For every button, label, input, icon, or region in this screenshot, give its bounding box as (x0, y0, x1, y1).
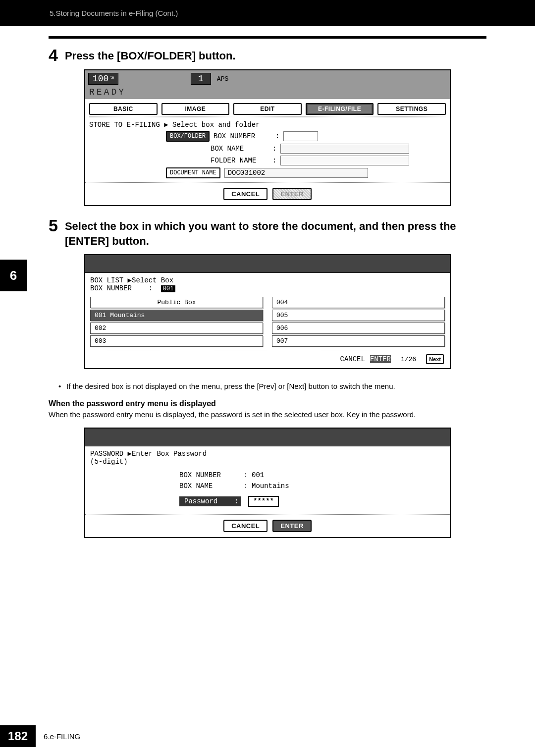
colon: : (272, 145, 280, 153)
colon: : (275, 132, 283, 140)
enter-button[interactable]: ENTER (272, 188, 312, 200)
instruction-text: STORE TO E-FILING ▶ Select box and folde… (85, 117, 450, 130)
box-number-label: BOX NUMBER (90, 284, 132, 292)
box-folder-button[interactable]: BOX/FOLDER (166, 131, 210, 142)
password-heading: PASSWORD ▶Enter Box Password (90, 449, 445, 458)
button-row: CANCEL ENTER (85, 514, 450, 537)
page-number: 182 (0, 725, 36, 747)
step-title: Select the box in which you want to stor… (65, 217, 486, 248)
password-input[interactable]: ***** (248, 496, 279, 507)
box-name-value: Mountains (252, 482, 289, 490)
list-item[interactable]: 002 (90, 323, 263, 334)
box-list-heading: BOX LIST ▶Select Box (90, 276, 445, 284)
list-item[interactable]: 004 (272, 297, 445, 308)
box-number-label: BOX NUMBER (214, 132, 275, 140)
page-header: 5.Storing Documents in e-Filing (Cont.) (0, 0, 535, 26)
screen-password: PASSWORD ▶Enter Box Password (5-digit) B… (84, 428, 451, 538)
list-item[interactable]: Public Box (90, 297, 263, 308)
screen-blackbar (85, 429, 450, 446)
button-row: CANCEL ENTER 1/26 Next (85, 350, 450, 368)
screen-topbar: 100 % 1 APS (85, 70, 450, 87)
step-number: 4 (49, 47, 58, 63)
password-label: Password (179, 496, 231, 506)
step-number: 5 (49, 217, 58, 234)
box-number-value: 001 (252, 471, 264, 479)
folder-name-input[interactable] (280, 156, 409, 165)
page-indicator: 1/26 (401, 356, 416, 363)
page-footer: 182 6.e-FILING (0, 725, 80, 747)
rule (49, 36, 486, 39)
ratio-unit: % (110, 75, 114, 81)
colon: : (272, 157, 280, 164)
next-button[interactable]: Next (426, 354, 444, 364)
document-name-button[interactable]: DOCUMENT NAME (166, 167, 220, 178)
paragraph: When the password entry menu is displaye… (49, 409, 486, 424)
box-grid: Public Box 004 001 Mountains 005 002 006… (85, 295, 450, 350)
step-title: Press the [BOX/FOLDER] button. (65, 47, 236, 63)
password-subheading: (5-digit) (90, 458, 445, 466)
box-number-value: 001 (161, 285, 176, 292)
box-number-label: BOX NUMBER (179, 471, 244, 479)
subheading: When the password entry menu is displaye… (49, 397, 486, 409)
cancel-button[interactable]: CANCEL (223, 188, 268, 200)
footer-label: 6.e-FILING (44, 732, 80, 741)
tab-image[interactable]: IMAGE (161, 103, 230, 115)
list-item[interactable]: 006 (272, 323, 445, 334)
list-item[interactable]: 003 (90, 335, 263, 347)
folder-name-label: FOLDER NAME (211, 157, 272, 164)
tab-efiling-file[interactable]: E-FILING/FILE (306, 103, 374, 115)
box-name-label: BOX NAME (179, 482, 244, 490)
box-name-label: BOX NAME (211, 145, 272, 153)
note-bullet: If the desired box is not displayed on t… (49, 380, 486, 397)
tab-basic[interactable]: BASIC (89, 103, 158, 115)
aps-label: APS (214, 74, 231, 84)
list-item[interactable]: 007 (272, 335, 445, 347)
ready-status: READY (85, 87, 450, 99)
box-name-input[interactable] (280, 144, 409, 154)
ratio-value: 100 (93, 74, 108, 84)
button-row: CANCEL ENTER (85, 182, 450, 205)
list-item[interactable]: 005 (272, 310, 445, 321)
screen-box-folder: 100 % 1 APS READY BASIC IMAGE EDIT E-FIL… (84, 69, 451, 206)
cancel-button[interactable]: CANCEL (340, 355, 365, 363)
list-item[interactable]: 001 Mountains (90, 310, 263, 321)
zoom-ratio: 100 % (88, 73, 118, 85)
document-name-value[interactable]: DOC031002 (224, 168, 368, 178)
step-5: 5 Select the box in which you want to st… (49, 217, 486, 248)
screen-box-list: BOX LIST ▶Select Box BOX NUMBER : 001 Pu… (84, 254, 451, 369)
tab-settings[interactable]: SETTINGS (377, 103, 446, 115)
tab-row: BASIC IMAGE EDIT E-FILING/FILE SETTINGS (85, 99, 450, 116)
cancel-button[interactable]: CANCEL (223, 520, 268, 532)
box-number-input[interactable] (283, 131, 318, 141)
enter-button[interactable]: ENTER (272, 520, 312, 532)
tab-edit[interactable]: EDIT (233, 103, 302, 115)
copy-count: 1 (191, 73, 211, 85)
screen-blackbar (85, 255, 450, 273)
enter-button[interactable]: ENTER (370, 355, 391, 363)
chapter-tab: 6 (0, 260, 27, 291)
box-number-row: BOX NUMBER : 001 (90, 284, 445, 292)
step-4: 4 Press the [BOX/FOLDER] button. (49, 47, 486, 63)
